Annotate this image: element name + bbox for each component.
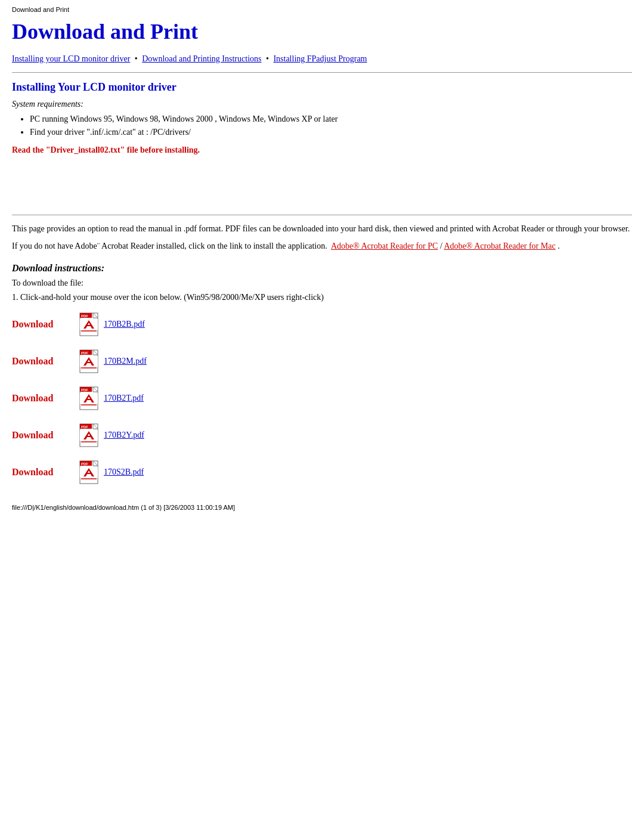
download-row: Download PDF 170B2B.pdf — [12, 311, 632, 338]
breadcrumb-sep-2: • — [266, 54, 271, 63]
download-file-link[interactable]: 170B2Y.pdf — [104, 431, 144, 440]
download-file-link[interactable]: 170S2B.pdf — [104, 467, 144, 477]
svg-text:PDF: PDF — [81, 462, 88, 466]
pdf-icon: PDF — [78, 311, 104, 338]
list-item: Find your driver ".inf/.icm/.cat" at : /… — [30, 126, 632, 139]
download-row: Download PDF 170B2M.pdf — [12, 348, 632, 375]
page-title: Download and Print — [12, 19, 632, 44]
svg-marker-27 — [86, 399, 91, 400]
download-file-link[interactable]: 170B2B.pdf — [104, 320, 145, 329]
section-title: Installing Your LCD monitor driver — [12, 81, 632, 94]
browser-tab: Download and Print — [12, 6, 632, 13]
bullet-list: PC running Windows 95, Windows 98, Windo… — [30, 113, 632, 140]
download-instructions-title: Download instructions: — [12, 263, 632, 274]
download-file-link[interactable]: 170B2M.pdf — [104, 357, 147, 366]
pdf-intro2-prefix: If you do not have Adobe¨ Acrobat Reader… — [12, 241, 329, 250]
pdf-icon: PDF — [78, 459, 104, 486]
pdf-intro1: This page provides an option to read the… — [12, 222, 632, 235]
system-req-label: System requirements: — [12, 100, 632, 109]
breadcrumb: Installing your LCD monitor driver • Dow… — [12, 52, 632, 65]
download-label: Download — [12, 467, 78, 478]
breadcrumb-link-install-lcd[interactable]: Installing your LCD monitor driver — [12, 54, 130, 63]
svg-text:PDF: PDF — [81, 388, 88, 392]
pdf-icon: PDF — [78, 348, 104, 375]
download-row: Download PDF 170B2T.pdf — [12, 385, 632, 412]
svg-text:PDF: PDF — [81, 425, 88, 429]
download-row: Download PDF 170S2B.pdf — [12, 459, 632, 486]
pdf-icon: PDF — [78, 385, 104, 412]
download-label: Download — [12, 319, 78, 330]
warning-text: Read the "Driver_install02.txt" file bef… — [12, 145, 632, 155]
breadcrumb-sep-1: • — [135, 54, 140, 63]
footer-text: file:///D|/K1/english/download/download.… — [12, 504, 632, 511]
pdf-intro2-suffix: . — [558, 241, 560, 250]
svg-marker-49 — [86, 473, 91, 474]
svg-marker-16 — [86, 362, 91, 363]
download-label: Download — [12, 393, 78, 404]
divider-1 — [12, 72, 632, 73]
download-row: Download PDF 170B2Y.pdf — [12, 422, 632, 449]
download-label: Download — [12, 430, 78, 441]
list-item: PC running Windows 95, Windows 98, Windo… — [30, 113, 632, 126]
download-rows: Download PDF 170B2B.pdfDownload — [12, 311, 632, 486]
svg-marker-5 — [86, 325, 91, 326]
svg-text:PDF: PDF — [81, 351, 88, 355]
link-acrobat-pc[interactable]: Adobe® Acrobat Reader for PC — [331, 241, 438, 250]
breadcrumb-link-download-printing[interactable]: Download and Printing Instructions — [142, 54, 261, 63]
pdf-intro2-sep: / — [440, 241, 444, 250]
download-label: Download — [12, 356, 78, 367]
pdf-intro2: If you do not have Adobe¨ Acrobat Reader… — [12, 240, 632, 252]
to-download-text: To download the file: — [12, 278, 632, 288]
svg-marker-38 — [86, 436, 91, 437]
pdf-icon: PDF — [78, 422, 104, 449]
breadcrumb-link-fpadjust[interactable]: Installing FPadjust Program — [273, 54, 367, 63]
download-file-link[interactable]: 170B2T.pdf — [104, 394, 144, 403]
click-hold-text: 1. Click-and-hold your mouse over the ic… — [12, 293, 632, 302]
link-acrobat-mac[interactable]: Adobe® Acrobat Reader for Mac — [444, 241, 556, 250]
divider-2 — [12, 215, 632, 215]
svg-text:PDF: PDF — [81, 314, 88, 318]
spacer — [12, 161, 632, 209]
